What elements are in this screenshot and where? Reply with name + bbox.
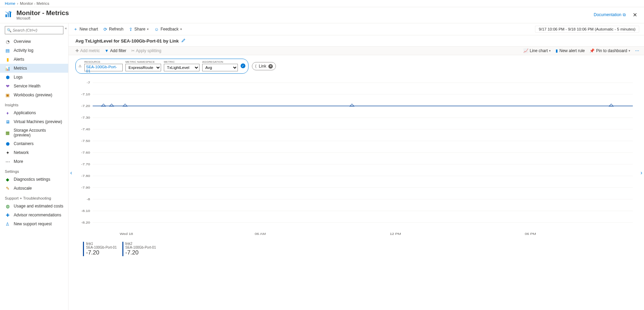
svg-rect-2 (10, 12, 11, 17)
nav-icon: ⋯ (5, 159, 10, 164)
main-content: ＋New chart ⟳Refresh ⇪Share ▾ ☺Feedback ▾… (69, 23, 644, 310)
svg-text:-7.30: -7.30 (81, 116, 90, 119)
sidebar-item-new-support-request[interactable]: ♙New support request (0, 219, 68, 228)
aggregation-select[interactable]: Avg (202, 64, 238, 71)
nav-icon: ✚ (5, 212, 10, 218)
line-chart[interactable]: -8.20-8.10-8-7.90-7.80-7.70-7.60-7.50-7.… (75, 79, 637, 237)
sidebar-item-logs[interactable]: ⬢Logs (0, 73, 68, 82)
new-alert-button[interactable]: ▮New alert rule (556, 48, 585, 53)
apply-splitting-button[interactable]: ✂Apply splitting (131, 48, 161, 53)
nav-icon: ⬢ (5, 74, 10, 80)
svg-text:-7.20: -7.20 (81, 104, 90, 108)
sidebar-item-service-health[interactable]: ❤Service Health (0, 82, 68, 91)
sidebar-item-usage-and-estimated-costs[interactable]: ◍Usage and estimated costs (0, 202, 68, 211)
legend-series-name: link2 (125, 242, 156, 246)
chart-type-button[interactable]: 📈Line chart ▾ (523, 48, 551, 53)
resource-label: RESOURCE (84, 60, 123, 63)
sidebar-item-more[interactable]: ⋯More (0, 157, 68, 166)
breadcrumb-home[interactable]: Home (5, 1, 15, 5)
add-metric-button[interactable]: ✚Add metric (75, 48, 100, 53)
alert-icon: ▮ (556, 48, 558, 53)
filter-icon: ▼ (105, 48, 109, 53)
legend-item[interactable]: link1SEA-100Gb-Port-01-7.20 (83, 242, 117, 256)
chart-legend: link1SEA-100Gb-Port-01-7.20link2SEA-100G… (69, 240, 644, 260)
new-chart-button[interactable]: ＋New chart (73, 26, 98, 32)
sidebar-item-autoscale[interactable]: ✎Autoscale (0, 184, 68, 193)
sidebar-item-alerts[interactable]: ▮Alerts (0, 55, 68, 64)
sidebar-item-containers[interactable]: ⬣Containers (0, 139, 68, 148)
page-title: Monitor - Metrics (16, 9, 69, 17)
breadcrumb: Home › Monitor - Metrics (0, 0, 644, 7)
sidebar-item-metrics[interactable]: 📊Metrics (0, 64, 68, 73)
more-icon: ⋯ (635, 48, 639, 53)
add-filter-button[interactable]: ▼Add filter (105, 48, 126, 53)
svg-rect-1 (8, 13, 9, 17)
remove-chip-button[interactable]: ✕ (268, 64, 273, 69)
sidebar-item-overview[interactable]: ◔Overview (0, 37, 68, 46)
sidebar-item-virtual-machines-preview-[interactable]: 🖥Virtual Machines (preview) (0, 117, 68, 126)
sidebar-item-label: Network (14, 150, 29, 155)
smile-icon: ☺ (154, 27, 159, 32)
feedback-button[interactable]: ☺Feedback ▾ (154, 27, 182, 32)
svg-text:-7.40: -7.40 (81, 128, 90, 131)
legend-value: -7.20 (86, 249, 117, 256)
pin-icon: 📌 (590, 48, 595, 53)
split-chip[interactable]: ⟨ Link ✕ (252, 62, 276, 70)
sidebar-item-label: Activity log (14, 48, 33, 53)
more-button[interactable]: ⋯ (635, 48, 639, 53)
sidebar-item-diagnostics-settings[interactable]: ◆Diagnostics settings (0, 175, 68, 184)
metrics-icon (5, 10, 13, 20)
nav-icon: ❤ (5, 83, 10, 89)
chart-area: -8.20-8.10-8-7.90-7.80-7.70-7.60-7.50-7.… (69, 76, 644, 240)
sidebar-item-storage-accounts-preview-[interactable]: ▦Storage Accounts (preview) (0, 126, 68, 139)
time-range-picker[interactable]: 9/17 10:06 PM - 9/18 10:06 PM (Automatic… (535, 26, 639, 33)
search-input[interactable] (5, 26, 63, 34)
sidebar-item-label: Overview (14, 39, 31, 44)
chevron-down-icon: ▾ (147, 27, 149, 31)
sidebar-item-label: Containers (14, 141, 34, 146)
namespace-select[interactable]: ExpressRoute Direct… (125, 64, 161, 71)
legend-resource: SEA-100Gb-Port-01 (86, 246, 117, 249)
sidebar-item-label: Diagnostics settings (14, 177, 50, 182)
sidebar-item-applications[interactable]: ♦Applications (0, 108, 68, 117)
resource-select[interactable]: SEA-100Gb-Port-01 (84, 64, 123, 71)
metric-select[interactable]: TxLightLevel (164, 64, 199, 71)
nav-icon: ◆ (5, 177, 10, 182)
namespace-label: METRIC NAMESPACE (125, 60, 161, 63)
nav-icon: 🖥 (5, 119, 10, 124)
sidebar-item-network[interactable]: ✦Network (0, 148, 68, 157)
external-link-icon: ⧉ (623, 12, 626, 17)
refresh-icon: ⟳ (104, 27, 107, 32)
sidebar-item-workbooks-preview-[interactable]: ▣Workbooks (preview) (0, 91, 68, 99)
svg-text:-8: -8 (87, 198, 90, 201)
edit-title-button[interactable] (181, 38, 186, 44)
documentation-link[interactable]: Documentation⧉ (594, 12, 626, 17)
chevron-right-icon: › (17, 2, 18, 5)
sidebar-item-label: Metrics (14, 66, 27, 71)
pin-dashboard-button[interactable]: 📌Pin to dashboard ▾ (590, 48, 630, 53)
svg-text:-8.10: -8.10 (81, 209, 90, 213)
sidebar-item-activity-log[interactable]: ▤Activity log (0, 46, 68, 55)
refresh-button[interactable]: ⟳Refresh (104, 27, 123, 32)
nav-icon: ▣ (5, 92, 10, 98)
close-button[interactable]: ✕ (631, 11, 639, 19)
legend-item[interactable]: link2SEA-100Gb-Port-01-7.20 (122, 242, 156, 256)
pencil-icon (181, 38, 186, 43)
chart-title-row: Avg TxLightLevel for SEA-100Gb-Port-01 b… (69, 35, 644, 46)
sidebar-item-label: Usage and estimated costs (14, 204, 63, 208)
legend-value: -7.20 (125, 249, 156, 256)
nav-icon: ▦ (5, 130, 10, 135)
legend-series-name: link1 (86, 242, 117, 246)
share-button[interactable]: ⇪Share ▾ (129, 27, 149, 32)
sidebar-item-advisor-recommendations[interactable]: ✚Advisor recommendations (0, 211, 68, 219)
nav-icon: 📊 (5, 65, 10, 71)
nav-icon: ♦ (5, 110, 10, 116)
nav-icon: ⬣ (5, 141, 10, 146)
page-header: Monitor - Metrics Microsoft Documentatio… (0, 7, 644, 23)
split-icon: ✂ (131, 48, 135, 53)
sidebar-section-header: Support + Troubleshooting (0, 193, 68, 202)
sidebar-item-label: Advisor recommendations (14, 213, 61, 217)
metric-toolbar: ✚Add metric ▼Add filter ✂Apply splitting… (69, 46, 644, 55)
nav-icon: ▤ (5, 48, 10, 53)
metric-config-pill: ⚠ RESOURCE SEA-100Gb-Port-01 METRIC NAME… (75, 59, 248, 74)
